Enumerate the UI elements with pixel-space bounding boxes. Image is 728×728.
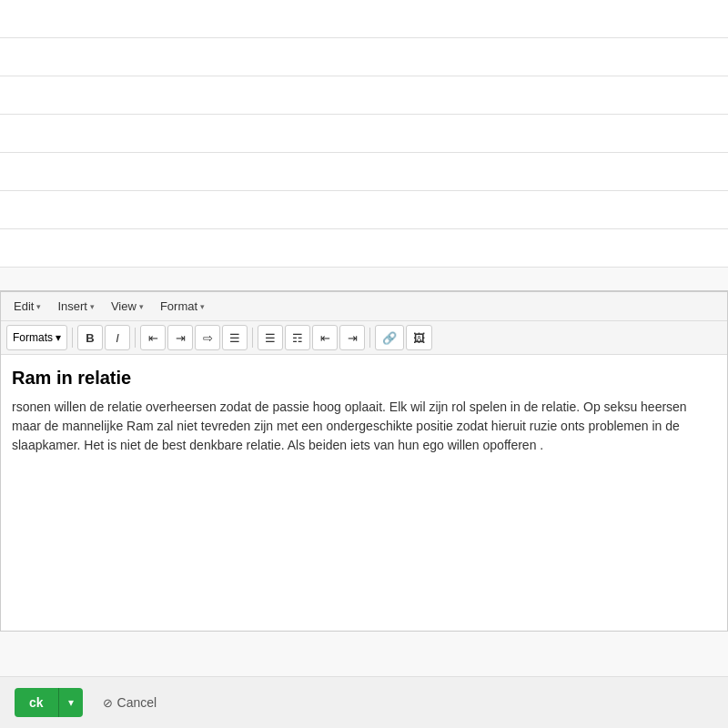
align-justify-icon: ☰ (229, 331, 240, 345)
editor-content-area[interactable]: Ram in relatie rsonen willen de relatie … (1, 355, 727, 631)
toolbar-sep-2 (135, 328, 136, 348)
image-button[interactable]: 🖼 (406, 325, 432, 350)
align-left-button[interactable]: ⇤ (140, 325, 166, 350)
save-main-button[interactable]: ck (15, 688, 59, 717)
top-form-area (0, 0, 728, 291)
menu-edit-arrow: ▾ (36, 302, 41, 311)
bullet-list-icon: ☰ (265, 331, 276, 345)
align-justify-button[interactable]: ☰ (222, 325, 248, 350)
bold-icon: B (86, 331, 94, 345)
formats-button[interactable]: Formats ▾ (6, 325, 67, 350)
toolbar-sep-1 (72, 328, 73, 348)
save-dropdown-icon: ▾ (68, 696, 74, 709)
link-icon: 🔗 (382, 331, 397, 345)
italic-icon: I (116, 331, 119, 345)
menu-insert[interactable]: Insert ▾ (50, 296, 102, 317)
align-left-icon: ⇤ (148, 331, 158, 345)
menu-format[interactable]: Format ▾ (153, 296, 212, 317)
menu-view-label: View (111, 299, 136, 313)
form-row-6 (0, 191, 728, 229)
menu-insert-arrow: ▾ (90, 302, 95, 311)
form-row-1 (0, 0, 728, 38)
bullet-list-button[interactable]: ☰ (258, 325, 283, 350)
toolbar: Formats ▾ B I ⇤ ⇥ ⇨ ☰ ☰ ☶ ⇤ (1, 321, 727, 355)
content-body: rsonen willen de relatie overheersen zod… (12, 398, 716, 455)
menu-format-label: Format (160, 299, 197, 313)
editor-container: Edit ▾ Insert ▾ View ▾ Format ▾ Formats … (0, 291, 728, 632)
menu-edit[interactable]: Edit ▾ (6, 296, 48, 317)
outdent-button[interactable]: ⇤ (312, 325, 338, 350)
align-center-icon: ⇥ (176, 331, 186, 345)
menu-view[interactable]: View ▾ (104, 296, 151, 317)
spacer-row (0, 632, 728, 677)
menu-edit-label: Edit (14, 299, 34, 313)
menu-format-arrow: ▾ (200, 302, 205, 311)
save-dropdown-button[interactable]: ▾ (59, 688, 83, 717)
toolbar-sep-4 (369, 328, 370, 348)
align-right-button[interactable]: ⇨ (195, 325, 220, 350)
toolbar-sep-3 (252, 328, 253, 348)
indent-icon: ⇥ (348, 331, 358, 345)
cancel-label: Cancel (117, 695, 157, 710)
save-label: ck (29, 695, 44, 710)
form-row-3 (0, 76, 728, 115)
bold-button[interactable]: B (77, 325, 103, 350)
content-heading: Ram in relatie (12, 368, 716, 389)
align-right-icon: ⇨ (203, 331, 213, 345)
form-row-4 (0, 115, 728, 153)
outdent-icon: ⇤ (320, 331, 330, 345)
num-list-icon: ☶ (292, 331, 303, 345)
formats-label: Formats (13, 331, 53, 344)
indent-button[interactable]: ⇥ (339, 325, 365, 350)
align-center-button[interactable]: ⇥ (167, 325, 193, 350)
menu-bar: Edit ▾ Insert ▾ View ▾ Format ▾ (1, 292, 727, 321)
button-bar: ck ▾ ⊘ Cancel (0, 677, 728, 728)
image-icon: 🖼 (413, 331, 425, 345)
num-list-button[interactable]: ☶ (285, 325, 310, 350)
form-row-5 (0, 153, 728, 191)
formats-arrow: ▾ (56, 331, 61, 344)
menu-insert-label: Insert (57, 299, 87, 313)
form-row-7 (0, 229, 728, 268)
italic-button[interactable]: I (105, 325, 130, 350)
save-button-group: ck ▾ (15, 688, 83, 717)
link-button[interactable]: 🔗 (375, 325, 404, 350)
cancel-button[interactable]: ⊘ Cancel (90, 688, 170, 717)
menu-view-arrow: ▾ (139, 302, 144, 311)
form-row-2 (0, 38, 728, 76)
cancel-icon: ⊘ (103, 696, 113, 710)
